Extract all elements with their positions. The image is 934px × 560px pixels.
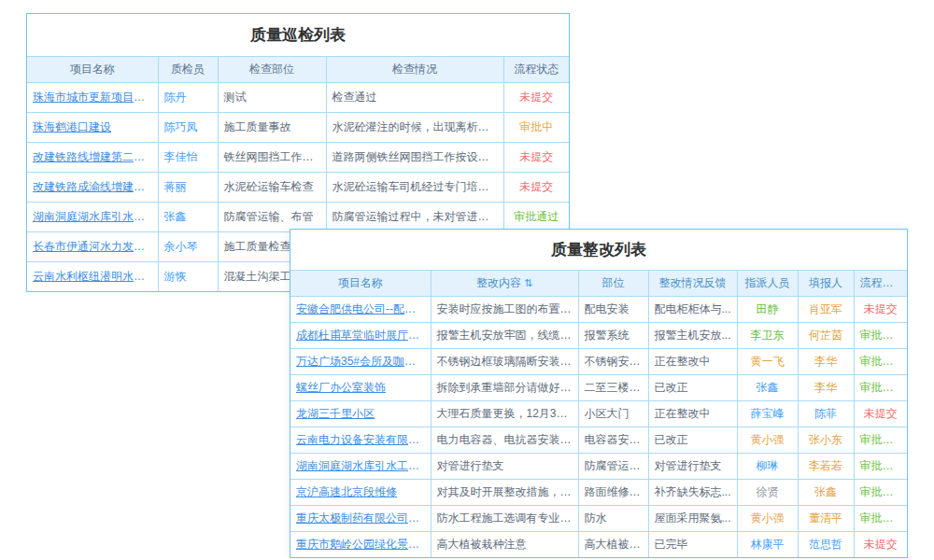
- column-header-project: 项目名称: [290, 271, 431, 296]
- cell-content: 对管进行垫支: [431, 453, 578, 479]
- cell-content: 高大植被栽种注意: [431, 531, 578, 557]
- column-header-label: 检查部位: [249, 63, 294, 76]
- column-header-status: 流程状态: [503, 57, 569, 82]
- cell-feedback: 屋面采用聚氨...: [648, 505, 737, 531]
- cell-assignee: 柳琳: [737, 453, 798, 479]
- cell-location: 防腐管运输、布管: [218, 202, 326, 231]
- cell-part: 防水: [578, 505, 648, 531]
- inspection-table-head: 项目名称质检员检查部位检查情况流程状态: [27, 57, 569, 82]
- column-header-label: 项目名称: [338, 276, 383, 289]
- cell-feedback: 补齐缺失标志...: [648, 479, 737, 505]
- column-header-part: 部位: [578, 271, 648, 296]
- cell-content: 安装时应按施工图的布置，将...: [431, 296, 578, 322]
- cell-project[interactable]: 湖南洞庭湖水库引水工程施工1: [290, 453, 431, 479]
- cell-project[interactable]: 长春市伊通河水力发电...: [27, 231, 158, 261]
- cell-feedback: 已改正: [648, 427, 737, 453]
- cell-project[interactable]: 安徽合肥供电公司--配电设备...: [290, 296, 431, 322]
- table-row: 京沪高速北京段维修对其及时开展整改措施，桥头...路面维修检...补齐缺失标志.…: [290, 479, 907, 505]
- cell-inspector: 李佳怡: [158, 142, 218, 172]
- cell-status: 未提交: [854, 400, 907, 427]
- cell-project[interactable]: 改建铁路线增建第二线...: [27, 142, 158, 172]
- cell-feedback: 正在整改中: [648, 348, 737, 374]
- cell-situation: 防腐管运输过程中，未对管进行...: [326, 202, 503, 231]
- cell-reporter: 何芷茵: [798, 322, 854, 348]
- table-row: 重庆市鹅岭公园绿化景观提升...高大植被栽种注意高大植被栽种已完毕林康平范思哲未…: [290, 531, 907, 557]
- cell-reporter: 张小东: [798, 427, 854, 453]
- table-row: 改建铁路线增建第二线...李佳怡铁丝网围挡工作检查道路两侧铁丝网围挡工作按设计.…: [27, 142, 569, 172]
- cell-project[interactable]: 云南水利枢纽潜明水库...: [27, 261, 158, 291]
- column-header-project: 项目名称: [27, 57, 158, 82]
- cell-inspector: 张鑫: [158, 202, 218, 231]
- column-header-label: 流程状态: [860, 276, 905, 289]
- cell-project[interactable]: 成都杜甫草堂临时展厅独立展...: [290, 322, 431, 348]
- inspection-list-title: 质量巡检列表: [27, 14, 569, 57]
- rectification-table-head: 项目名称整改内容⇅部位整改情况反馈指派人员填报人流程状态: [290, 271, 907, 296]
- cell-status: 未提交: [503, 172, 569, 202]
- column-header-content[interactable]: 整改内容⇅: [431, 271, 578, 296]
- table-row: 万达广场35#会所及咖啡厅空...不锈钢边框玻璃隔断安装不牢...不锈钢安装..…: [290, 348, 907, 374]
- column-header-location: 检查部位: [218, 57, 326, 82]
- cell-situation: 检查通过: [326, 82, 503, 112]
- cell-situation: 水泥砼运输车司机经过专门培训...: [326, 172, 503, 202]
- column-header-label: 流程状态: [514, 63, 559, 76]
- cell-status: 未提交: [854, 296, 907, 322]
- cell-status: 审批通过: [854, 374, 907, 400]
- table-row: 安徽合肥供电公司--配电设备...安装时应按施工图的布置，将...配电安装配电柜…: [290, 296, 907, 322]
- cell-part: 路面维修检...: [578, 479, 648, 505]
- column-header-assignee: 指派人员: [737, 271, 798, 296]
- column-header-label: 指派人员: [745, 276, 790, 289]
- table-row: 珠海鹤港口建设陈巧凤施工质量事故水泥砼灌注的时候，出现离析现象审批中: [27, 112, 569, 142]
- column-header-label: 部位: [602, 276, 625, 289]
- cell-project[interactable]: 龙湖三千里小区: [290, 400, 431, 427]
- cell-project[interactable]: 珠海鹤港口建设: [27, 112, 158, 142]
- cell-location: 铁丝网围挡工作检查: [218, 142, 326, 172]
- cell-status: 审批通过: [854, 427, 907, 453]
- cell-project[interactable]: 改建铁路成渝线增建第...: [27, 172, 158, 202]
- cell-reporter: 董清平: [798, 505, 854, 531]
- column-header-label: 检查情况: [392, 63, 437, 76]
- cell-status: 审批通过: [854, 348, 907, 374]
- cell-status: 审批通过: [854, 322, 907, 348]
- table-row: 湖南洞庭湖水库引水工程施工1对管进行垫支防腐管运输...对管进行垫支柳琳李若若审…: [290, 453, 907, 479]
- cell-feedback: 报警主机安放...: [648, 322, 737, 348]
- table-row: 珠海市城市更新项目紫...陈丹测试检查通过未提交: [27, 82, 569, 112]
- cell-assignee: 徐贤: [737, 479, 798, 505]
- cell-inspector: 余小琴: [158, 231, 218, 261]
- column-header-label: 项目名称: [70, 63, 115, 76]
- cell-project[interactable]: 重庆太极制药有限公司亳州中...: [290, 505, 431, 531]
- cell-content: 防水工程施工选调有专业资质...: [431, 505, 578, 531]
- cell-reporter: 张鑫: [798, 479, 854, 505]
- column-header-reporter: 填报人: [798, 271, 854, 296]
- column-header-label: 整改情况反馈: [659, 276, 727, 289]
- column-header-inspector: 质检员: [158, 57, 218, 82]
- rectification-list-title: 质量整改列表: [290, 230, 907, 271]
- cell-project[interactable]: 螺丝厂办公室装饰: [290, 374, 431, 400]
- cell-project[interactable]: 重庆市鹅岭公园绿化景观提升...: [290, 531, 431, 557]
- cell-status: 审批通过: [503, 202, 569, 231]
- cell-project[interactable]: 京沪高速北京段维修: [290, 479, 431, 505]
- cell-feedback: 正在整改中: [648, 400, 737, 427]
- table-row: 湖南洞庭湖水库引水工...张鑫防腐管运输、布管防腐管运输过程中，未对管进行...…: [27, 202, 569, 231]
- cell-project[interactable]: 云南电力设备安装有限公司20...: [290, 427, 431, 453]
- cell-project[interactable]: 湖南洞庭湖水库引水工...: [27, 202, 158, 231]
- table-row: 螺丝厂办公室装饰拆除到承重墙部分请做好加固...二至三楼混...已改正张鑫李华审…: [290, 374, 907, 400]
- header-row: 项目名称整改内容⇅部位整改情况反馈指派人员填报人流程状态: [290, 271, 907, 296]
- cell-project[interactable]: 珠海市城市更新项目紫...: [27, 82, 158, 112]
- cell-status: 审批通过: [854, 453, 907, 479]
- cell-feedback: 已完毕: [648, 531, 737, 557]
- cell-inspector: 蒋丽: [158, 172, 218, 202]
- cell-content: 报警主机安放牢固，线缆连接...: [431, 322, 578, 348]
- cell-feedback: 配电柜柜体与...: [648, 296, 737, 322]
- sort-icon[interactable]: ⇅: [524, 277, 532, 288]
- cell-reporter: 李若若: [798, 453, 854, 479]
- cell-status: 未提交: [503, 142, 569, 172]
- cell-feedback: 已改正: [648, 374, 737, 400]
- cell-status: 审批通过: [854, 479, 907, 505]
- table-row: 重庆太极制药有限公司亳州中...防水工程施工选调有专业资质...防水屋面采用聚氨…: [290, 505, 907, 531]
- cell-part: 小区大门: [578, 400, 648, 427]
- cell-inspector: 游恢: [158, 261, 218, 291]
- table-row: 改建铁路成渝线增建第...蒋丽水泥砼运输车检查水泥砼运输车司机经过专门培训...…: [27, 172, 569, 202]
- cell-project[interactable]: 万达广场35#会所及咖啡厅空...: [290, 348, 431, 374]
- cell-content: 电力电容器、电抗器安装方案...: [431, 427, 578, 453]
- cell-reporter: 李华: [798, 348, 854, 374]
